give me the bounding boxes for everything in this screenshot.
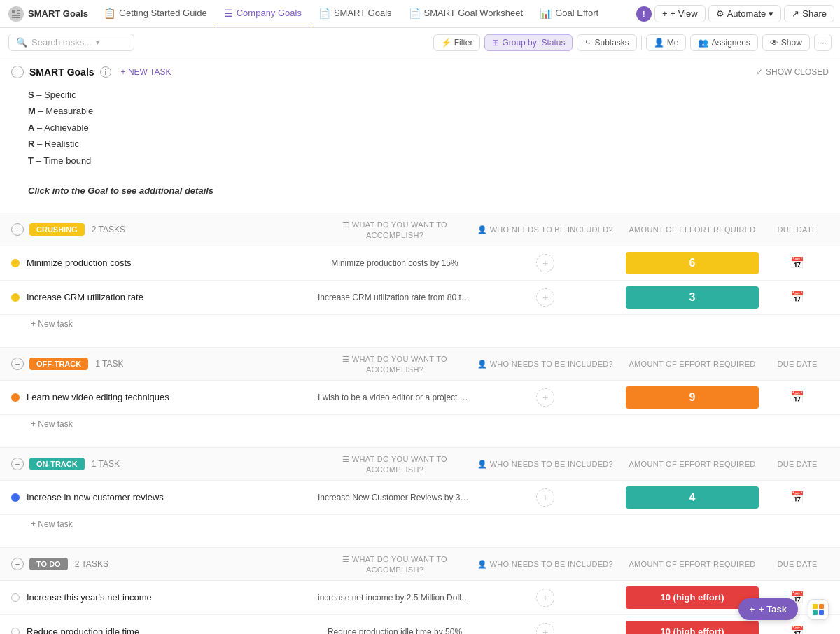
col-header-what-ontrack: ☰ WHAT DO YOU WANT TO ACCOMPLISH?	[318, 453, 472, 474]
col-header-due-ontrack: DUE DATE	[766, 458, 829, 469]
offtrack-collapse-button[interactable]: –	[11, 358, 24, 370]
group-offtrack: – OFF-TRACK 1 TASK ☰ WHAT DO YOU WANT TO…	[0, 347, 840, 433]
tab-goal-effort[interactable]: 📊 Goal Effort	[531, 0, 607, 28]
task-row-reviews[interactable]: Increase in new customer reviews Increas…	[0, 481, 840, 515]
task-row-net-income[interactable]: Increase this year's net income increase…	[0, 581, 840, 615]
subtasks-button[interactable]: ⤷ Subtasks	[577, 34, 636, 51]
effort-badge-video: 9	[626, 386, 759, 409]
tab-smart-goal-worksheet[interactable]: 📄 SMART Goal Worksheet	[400, 0, 532, 28]
col-header-who-offtrack: 👤 WHO NEEDS TO BE INCLUDED?	[472, 358, 619, 369]
add-task-fab[interactable]: + + Task	[738, 598, 798, 620]
crushing-collapse-button[interactable]: –	[11, 223, 24, 236]
grid-icon	[813, 604, 824, 615]
group-header-ontrack: – ON-TRACK 1 TASK ☰ WHAT DO YOU WANT TO …	[0, 447, 840, 481]
section-collapse-button[interactable]: –	[11, 66, 24, 78]
nav-actions: ! + + View ⚙ Automate ▾ ↗ Share	[636, 5, 834, 22]
task-dot-idle-time	[11, 628, 20, 634]
search-input[interactable]: Search tasks...	[31, 37, 92, 48]
app-icon[interactable]: SMART Goals	[6, 6, 95, 22]
offtrack-task-count: 1 TASK	[95, 359, 123, 369]
task-row-crm[interactable]: Increase CRM utilization rate Increase C…	[0, 281, 840, 315]
new-task-offtrack[interactable]: + New task	[0, 415, 840, 433]
task-name-minimize-costs: Minimize production costs	[27, 258, 318, 268]
add-assignee-button[interactable]: +	[536, 254, 554, 272]
task-row-video[interactable]: Learn new video editing techniques I wis…	[0, 381, 840, 415]
effort-badge-idle-time: 10 (high effort)	[626, 621, 759, 634]
fab-label: + Task	[759, 604, 787, 614]
offtrack-badge[interactable]: OFF-TRACK	[29, 358, 88, 370]
task-who-reviews: +	[472, 488, 619, 507]
goal-effort-icon: 📊	[540, 8, 552, 19]
filter-button[interactable]: ⚡ Filter	[433, 34, 481, 51]
smart-goals-icon: 📄	[318, 8, 330, 19]
group-header-offtrack: – OFF-TRACK 1 TASK ☰ WHAT DO YOU WANT TO…	[0, 347, 840, 381]
due-date-icon[interactable]: 📅	[790, 256, 804, 269]
col-who-icon4: 👤	[477, 560, 490, 568]
task-name-video: Learn new video editing techniques	[27, 392, 318, 402]
assignees-button[interactable]: 👥 Assignees	[690, 34, 757, 51]
col-header-due-todo: DUE DATE	[766, 558, 829, 569]
new-task-ontrack[interactable]: + New task	[0, 515, 840, 533]
add-assignee-button-net-income[interactable]: +	[536, 589, 554, 607]
effort-cell-minimize-costs: 6	[619, 252, 766, 274]
smart-description: S – Specific M – Measurable A – Achievab…	[0, 84, 840, 180]
company-goals-icon: ☰	[224, 8, 233, 19]
view-button[interactable]: + + View	[654, 5, 706, 22]
app-logo	[8, 6, 24, 22]
task-name-net-income: Increase this year's net income	[27, 592, 318, 603]
task-dot-reviews	[11, 493, 20, 502]
tab-getting-started[interactable]: 📋 Getting Started Guide	[95, 0, 216, 28]
new-task-button[interactable]: + NEW TASK	[117, 66, 176, 78]
svg-rect-4	[12, 17, 20, 18]
task-row-minimize-costs[interactable]: Minimize production costs Minimize produ…	[0, 246, 840, 281]
task-who-video: +	[472, 388, 619, 407]
share-button[interactable]: ↗ Share	[784, 5, 834, 22]
col-header-who-ontrack: 👤 WHO NEEDS TO BE INCLUDED?	[472, 458, 619, 469]
top-nav: SMART Goals 📋 Getting Started Guide ☰ Co…	[0, 0, 840, 28]
due-date-icon-video[interactable]: 📅	[790, 390, 804, 404]
info-icon[interactable]: i	[100, 66, 111, 78]
task-row-idle-time[interactable]: Reduce production idle time Reduce produ…	[0, 615, 840, 634]
notifications-button[interactable]: !	[636, 6, 652, 22]
tab-company-goals[interactable]: ☰ Company Goals	[216, 0, 310, 28]
filter-icon: ⚡	[441, 38, 451, 48]
crushing-badge[interactable]: CRUSHING	[29, 223, 85, 236]
due-date-icon-reviews[interactable]: 📅	[790, 491, 804, 504]
col-who-icon3: 👤	[477, 460, 490, 468]
smart-item-t: T – Time bound	[28, 153, 812, 169]
todo-badge[interactable]: TO DO	[29, 558, 68, 570]
crushing-task-count: 2 TASKS	[92, 225, 125, 234]
group-by-button[interactable]: ⊞ Group by: Status	[484, 34, 573, 51]
task-what-net-income: increase net income by 2.5 Million Dolla…	[318, 593, 472, 603]
grid-view-button[interactable]	[808, 599, 829, 620]
new-task-crushing[interactable]: + New task	[0, 315, 840, 333]
col-header-effort-ontrack: AMOUNT OF EFFORT REQUIRED	[619, 458, 766, 469]
due-date-icon-idle-time[interactable]: 📅	[790, 625, 804, 634]
more-options-button[interactable]: ···	[814, 34, 832, 51]
ontrack-collapse-button[interactable]: –	[11, 458, 24, 470]
due-date-icon-crm[interactable]: 📅	[790, 290, 804, 304]
show-button[interactable]: 👁 Show	[762, 34, 810, 51]
task-what-minimize-costs: Minimize production costs by 15%	[318, 258, 472, 268]
col-header-what-offtrack: ☰ WHAT DO YOU WANT TO ACCOMPLISH?	[318, 353, 472, 374]
add-assignee-button-crm[interactable]: +	[536, 288, 554, 307]
show-closed-button[interactable]: ✓ SHOW CLOSED	[756, 67, 829, 77]
task-dot-net-income	[11, 593, 20, 602]
ontrack-badge[interactable]: ON-TRACK	[29, 458, 85, 470]
add-assignee-button-idle-time[interactable]: +	[536, 623, 554, 634]
tab-smart-goals[interactable]: 📄 SMART Goals	[310, 0, 400, 28]
tab-goal-effort-label: Goal Effort	[555, 8, 598, 18]
toolbar-divider	[641, 36, 642, 50]
group-todo: – TO DO 2 TASKS ☰ WHAT DO YOU WANT TO AC…	[0, 547, 840, 634]
due-cell-reviews: 📅	[766, 491, 829, 504]
add-assignee-button-reviews[interactable]: +	[536, 488, 554, 507]
group-header-crushing: – CRUSHING 2 TASKS ☰ WHAT DO YOU WANT TO…	[0, 213, 840, 246]
search-box[interactable]: 🔍 Search tasks... ▾	[8, 34, 134, 51]
me-button[interactable]: 👤 Me	[646, 34, 687, 51]
toolbar: 🔍 Search tasks... ▾ ⚡ Filter ⊞ Group by:…	[0, 28, 840, 57]
share-icon: ↗	[792, 8, 799, 19]
group-ontrack: – ON-TRACK 1 TASK ☰ WHAT DO YOU WANT TO …	[0, 447, 840, 533]
todo-collapse-button[interactable]: –	[11, 558, 24, 570]
automate-button[interactable]: ⚙ Automate ▾	[708, 5, 782, 22]
add-assignee-button-video[interactable]: +	[536, 388, 554, 407]
